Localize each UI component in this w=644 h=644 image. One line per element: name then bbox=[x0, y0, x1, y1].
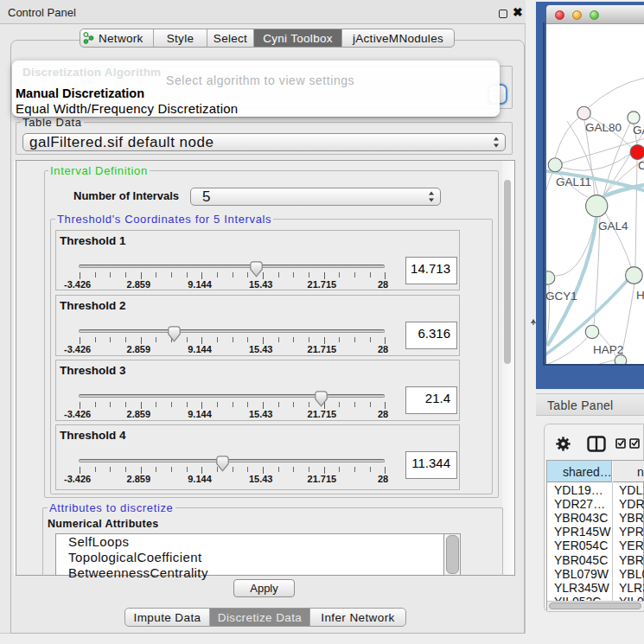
svg-text:GCY1: GCY1 bbox=[546, 290, 577, 303]
svg-text:H: H bbox=[636, 289, 644, 302]
svg-text:GAL11: GAL11 bbox=[556, 175, 591, 188]
svg-text:GAL4: GAL4 bbox=[598, 220, 628, 233]
svg-text:C: C bbox=[638, 159, 644, 172]
svg-text:HAP2: HAP2 bbox=[593, 343, 623, 356]
svg-text:GAL80: GAL80 bbox=[585, 121, 622, 134]
svg-text:GA: GA bbox=[633, 124, 644, 137]
